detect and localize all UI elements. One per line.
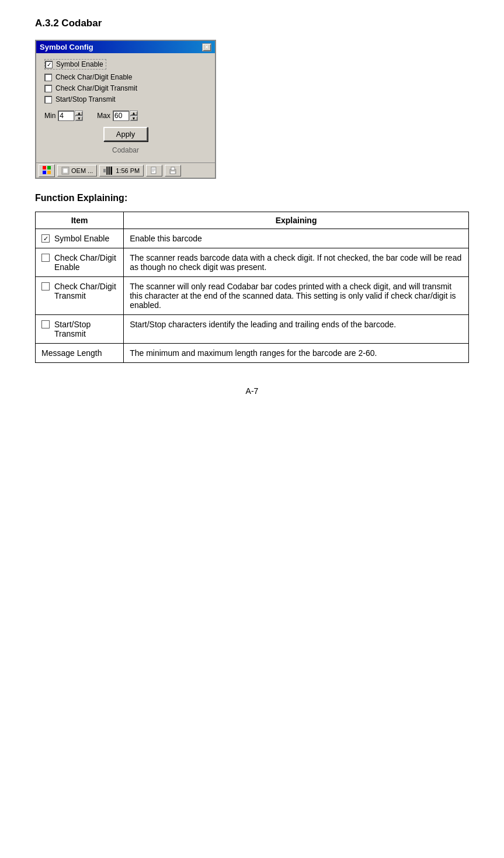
svg-rect-17 [171,167,175,170]
window-title: Symbol Config [40,43,93,51]
col-explaining-header: Explaining [124,212,469,229]
function-explaining-title: Function Explaining: [35,193,469,203]
svg-rect-0 [43,166,46,169]
oem-label: OEM ... [71,167,93,174]
oem-button[interactable]: OEM ... [57,165,97,177]
table-cell-explaining-3: Start/Stop characters identify the leadi… [124,315,469,344]
item-with-checkbox-2: Check Char/Digit Transmit [41,282,117,300]
svg-rect-18 [171,171,175,174]
printer-icon [169,167,177,175]
window-area: Symbol Config × Symbol Enable Check Char… [35,40,469,179]
checkbox-check-char-enable[interactable] [44,74,52,81]
table-cell-item-1: Check Char/Digit Enable [36,248,124,277]
sys-tray-btn2[interactable] [165,165,181,177]
sys-tray-btn1[interactable] [146,165,162,177]
scan-button[interactable]: 1:56 PM [99,165,144,177]
table-cell-item-2: Check Char/Digit Transmit [36,277,124,315]
min-input[interactable] [58,110,74,121]
table-item-label-0: Symbol Enable [54,234,109,243]
taskbar: OEM ... 1:56 PM [36,162,215,178]
explain-table: Item Explaining Symbol EnableEnable this… [35,212,469,363]
apply-button[interactable]: Apply [103,127,148,141]
oem-icon [61,167,69,175]
scan-icon [103,167,114,175]
col-item-header: Item [36,212,124,229]
table-cell-explaining-1: The scanner reads barcode data with a ch… [124,248,469,277]
table-checkbox-0[interactable] [41,234,50,243]
max-input[interactable] [113,110,129,121]
table-item-label-1: Check Char/Digit Enable [54,253,117,272]
checkbox-row-symbol-enable: Symbol Enable [44,59,207,70]
table-cell-explaining-2: The scanner will only read Codabar bar c… [124,277,469,315]
max-spinner: ▲ ▼ [130,110,138,121]
label-check-char-transmit: Check Char/Digit Transmit [55,84,137,92]
window-titlebar: Symbol Config × [36,41,215,53]
table-checkbox-2[interactable] [41,282,50,290]
min-label: Min [44,112,55,120]
table-header-row: Item Explaining [36,212,469,229]
symbol-config-window: Symbol Config × Symbol Enable Check Char… [35,40,216,179]
table-item-label-2: Check Char/Digit Transmit [54,282,117,300]
section-title: A.3.2 Codabar [35,18,469,29]
table-cell-item-0: Symbol Enable [36,229,124,248]
svg-rect-1 [47,166,51,169]
start-button[interactable] [39,164,55,177]
min-spinner: ▲ ▼ [75,110,83,121]
svg-rect-3 [47,171,51,174]
label-check-char-enable: Check Char/Digit Enable [55,73,132,81]
checkbox-check-char-transmit[interactable] [44,85,52,92]
table-row: Message LengthThe minimum and maximum le… [36,344,469,363]
window-body: Symbol Enable Check Char/Digit Enable Ch… [36,53,215,162]
item-with-checkbox-1: Check Char/Digit Enable [41,253,117,272]
barcode-name-label: Codabar [44,146,207,154]
item-with-checkbox-3: Start/Stop Transmit [41,320,117,338]
table-cell-item-3: Start/Stop Transmit [36,315,124,344]
item-with-checkbox-0: Symbol Enable [41,234,117,243]
min-spinner-up[interactable]: ▲ [75,110,83,116]
checkbox-row-check-char-enable: Check Char/Digit Enable [44,73,207,81]
max-spinner-up[interactable]: ▲ [130,110,138,116]
table-checkbox-1[interactable] [41,254,50,262]
table-cell-explaining-0: Enable this barcode [124,229,469,248]
svg-rect-2 [43,171,46,174]
doc-icon [150,167,158,175]
checkbox-symbol-enable[interactable] [45,61,53,68]
page-number: A-7 [35,386,469,396]
symbol-enable-highlight: Symbol Enable [44,59,106,70]
table-row: Start/Stop TransmitStart/Stop characters… [36,315,469,344]
checkbox-row-check-char-transmit: Check Char/Digit Transmit [44,84,207,92]
table-cell-explaining-4: The minimum and maximum length ranges fo… [124,344,469,363]
label-start-stop: Start/Stop Transmit [55,95,116,103]
max-spinner-down[interactable]: ▼ [130,116,138,121]
svg-rect-6 [103,169,106,172]
max-label: Max [97,112,110,120]
table-row: Check Char/Digit TransmitThe scanner wil… [36,277,469,315]
label-symbol-enable: Symbol Enable [56,60,103,68]
table-item-label-4: Message Length [36,344,124,363]
table-row: Symbol EnableEnable this barcode [36,229,469,248]
checkbox-row-start-stop: Start/Stop Transmit [44,95,207,103]
table-item-label-3: Start/Stop Transmit [54,320,117,338]
time-display: 1:56 PM [116,167,140,174]
table-checkbox-3[interactable] [41,320,50,328]
min-spinner-down[interactable]: ▼ [75,116,83,121]
checkbox-start-stop[interactable] [44,96,52,103]
svg-rect-5 [63,168,68,173]
window-close-button[interactable]: × [202,43,211,51]
start-icon [43,166,51,175]
svg-rect-12 [151,167,156,174]
min-max-row: Min ▲ ▼ Max ▲ ▼ [44,110,207,121]
apply-row: Apply [44,127,207,141]
table-row: Check Char/Digit EnableThe scanner reads… [36,248,469,277]
